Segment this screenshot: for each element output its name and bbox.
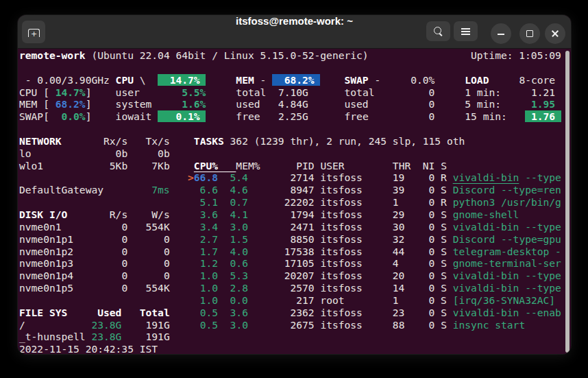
- terminal-line: >66.8 5.4 2714 itsfoss 19 0 R vivaldi-bi…: [19, 172, 571, 184]
- window-title: itsfoss@remote-work: ~: [18, 15, 571, 48]
- scrollbar[interactable]: [565, 51, 569, 353]
- search-icon: [434, 27, 441, 34]
- terminal-line: lo 0b 0b: [19, 147, 571, 160]
- menu-button[interactable]: [454, 21, 478, 41]
- terminal-line: MEM [ 68.2%] system 1.6% used 4.84G used…: [19, 98, 571, 110]
- terminal-line: nvme0n1p3 0 0 1.2 0.6 17105 itsfoss 4 0 …: [19, 257, 571, 270]
- terminal-line: nvme0n1p1 0 0 2.7 1.5 8850 itsfoss 32 0 …: [19, 233, 571, 246]
- terminal-line: nvme0n1p4 0 0 1.0 5.3 20207 itsfoss 20 0…: [19, 270, 571, 282]
- terminal-line: SWAP[ 0.0%] iowait 0.1% free 2.25G free …: [19, 110, 571, 123]
- terminal-line: [19, 62, 571, 74]
- search-button[interactable]: [426, 21, 450, 41]
- terminal-line: [19, 123, 571, 135]
- terminal-line: - 0.00/3.90GHz CPU \ 14.7% MEM - 68.2% S…: [19, 74, 571, 86]
- terminal-line: 5.1 0.7 22202 itsfoss 1 0 R python3 /usr…: [19, 196, 571, 209]
- terminal-line: nvme0n1 0 554K 3.4 3.0 2471 itsfoss 30 0…: [19, 221, 571, 233]
- terminal-line: 1.0 0.0 217 root 1 0 S [irq/36-SYNA32AC]: [19, 294, 571, 307]
- terminal-line: CPU [ 14.7%] user 5.5% total 7.10G total…: [19, 86, 571, 99]
- terminal-screen: remote-work (Ubuntu 22.04 64bit / Linux …: [18, 49, 571, 354]
- terminal-window: itsfoss@remote-work: ~ remote-work (Ubun…: [18, 15, 571, 354]
- terminal-line: 2022-11-15 20:42:35 IST: [19, 343, 571, 354]
- terminal-line: DISK I/O R/s W/s 3.6 4.1 1794 itsfoss 29…: [19, 209, 571, 221]
- terminal-content[interactable]: remote-work (Ubuntu 22.04 64bit / Linux …: [18, 49, 571, 354]
- minimize-button[interactable]: [491, 23, 511, 44]
- terminal-line: _t-hunspell 23.8G 191G: [19, 331, 571, 343]
- terminal-line: remote-work (Ubuntu 22.04 64bit / Linux …: [19, 49, 571, 62]
- terminal-line: nvme0n1p2 0 0 1.7 4.0 17538 itsfoss 44 0…: [19, 246, 571, 258]
- maximize-icon: [526, 30, 533, 37]
- terminal-line: DefaultGateway 7ms 6.6 4.6 8947 itsfoss …: [19, 184, 571, 196]
- terminal-line: nvme0n1p5 0 554K 1.0 2.8 2570 itsfoss 14…: [19, 282, 571, 294]
- terminal-line: FILE SYS Used Total 0.5 3.6 2362 itsfoss…: [19, 307, 571, 319]
- terminal-line: wlo1 5Kb 7Kb CPU% MEM% PID USER THR NI S: [19, 160, 571, 172]
- minimize-icon: [498, 34, 504, 35]
- maximize-button[interactable]: [519, 23, 540, 44]
- hamburger-menu-icon: [461, 28, 470, 29]
- titlebar[interactable]: itsfoss@remote-work: ~: [18, 15, 571, 49]
- terminal-line: / 23.8G 191G 0.5 3.0 2675 itsfoss 88 0 S…: [19, 319, 571, 331]
- close-button[interactable]: [545, 23, 565, 44]
- terminal-line: NETWORK Rx/s Tx/s TASKS 362 (1239 thr), …: [19, 135, 571, 147]
